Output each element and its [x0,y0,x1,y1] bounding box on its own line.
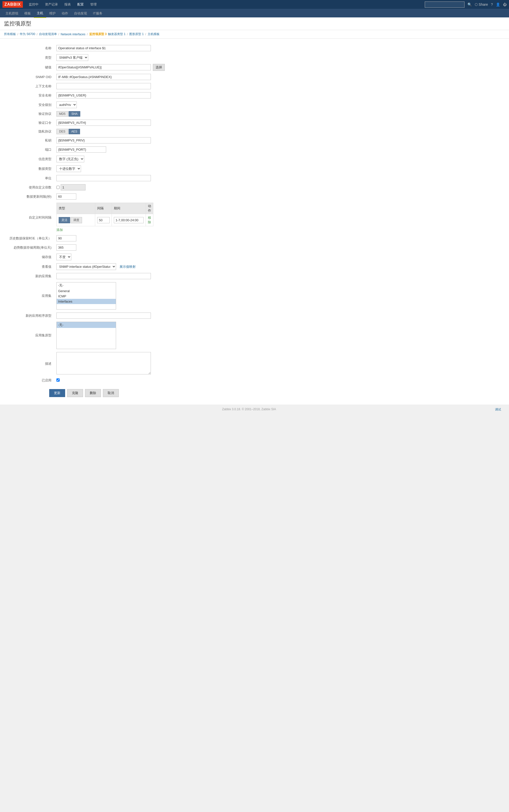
subnav-maintenance[interactable]: 维护 [46,9,59,18]
security-name-input[interactable] [57,92,151,98]
breadcrumb-host-templates[interactable]: 主机模板 [148,32,160,36]
nav-assets[interactable]: 资产记录 [44,0,59,9]
app-proto-list-item-none[interactable]: -无- [57,322,116,328]
unit-input[interactable] [57,175,151,181]
delete-button[interactable]: 删除 [85,389,101,397]
field-new-app-proto-value-cell [55,311,502,320]
interval-flexible-btn[interactable]: 灵活 [59,217,70,223]
field-port-row: 端口 [7,145,502,154]
priv-proto-des-btn[interactable]: DES [57,129,68,134]
key-select-button[interactable]: 选择 [153,64,165,71]
field-custom-intervals-value-cell: 类型 间隔 期间 动作 灵活 调度 [55,201,502,234]
description-textarea[interactable] [57,352,151,374]
subnav-itservices[interactable]: IT服务 [90,9,105,18]
help-icon[interactable]: ? [491,2,493,6]
update-interval-input[interactable] [57,194,76,200]
field-auth-pass-label: 验证口令 [7,118,55,127]
field-unit-value-cell [55,173,502,183]
data-type-select[interactable]: 十进位数字 [57,165,81,172]
info-type-select[interactable]: 数字 (无正负) [57,156,84,162]
nav-reports[interactable]: 报表 [63,0,72,9]
field-port-value-cell [55,145,502,154]
add-interval-link[interactable]: 添加 [57,228,63,232]
field-name-label: 名称 [7,43,55,53]
share-icon[interactable]: ⬡ Share [475,2,488,6]
field-app-set-value-cell: -无- General ICMP Interfaces [55,281,502,311]
breadcrumb-trigger-types[interactable]: 触发器类型 1 [108,32,126,36]
interval-schedule-btn[interactable]: 调度 [71,217,82,223]
footer-text: Zabbix 3.0.18. © 2001–2018, Zabbix SIA [222,407,276,411]
priv-key-input[interactable] [57,137,151,143]
logout-icon[interactable]: ⏻ [503,2,507,6]
interval-type-toggle: 灵活 调度 [59,217,92,223]
subnav-actions[interactable]: 动作 [59,9,71,18]
field-priv-proto-label: 隐私协议 [7,127,55,136]
breadcrumb-discovery-list[interactable]: 自动发现清单 [39,32,57,36]
field-update-interval-value-cell [55,192,502,201]
field-info-type-value-cell: 数字 (无正负) [55,154,502,164]
custom-multiplier-input[interactable] [61,184,86,191]
interval-period-input[interactable] [114,217,144,223]
field-unit-row: 单位 [7,173,502,183]
subnav-hosts[interactable]: 主机 [34,9,46,18]
search-input[interactable] [425,1,465,8]
port-input[interactable] [57,146,106,153]
app-list-item-icmp[interactable]: ICMP [57,294,116,299]
type-select[interactable]: SNMPv3 客户端 [57,54,88,61]
auth-proto-md5-btn[interactable]: MD5 [57,111,68,116]
field-store-value-cell: 不变 [55,252,502,262]
enabled-checkbox[interactable] [57,378,60,382]
interval-col-action: 动作 [146,203,154,214]
breadcrumb-all-templates[interactable]: 所有模板 [4,32,16,36]
key-input[interactable] [57,64,151,70]
interval-remove-link[interactable]: 移除 [148,216,151,224]
field-auth-proto-row: 验证协议 MD5 SHA [7,110,502,118]
auth-passphrase-input[interactable] [57,120,151,126]
store-value-select[interactable]: 不变 [57,253,71,260]
field-app-proto-set-value-cell: -无- [55,320,502,350]
name-input[interactable] [57,45,151,51]
app-list-item-interfaces[interactable]: Interfaces [57,299,116,304]
context-name-input[interactable] [57,83,151,89]
display-mapping-link[interactable]: 展示值映射 [120,265,136,269]
lookup-value-select[interactable]: SNMP interface status (ifOperStatus) [57,263,116,270]
app-list-item-none[interactable]: -无- [57,282,116,289]
trend-input[interactable] [57,244,76,250]
priv-proto-aes-btn[interactable]: AES [69,129,80,134]
app-list-item-general[interactable]: General [57,289,116,294]
breadcrumb-host[interactable]: 华为 S6700 [20,32,35,36]
field-app-proto-set-label: 应用集原型 [7,320,55,350]
new-app-input[interactable] [57,273,151,279]
subnav-discovery[interactable]: 自动发现 [71,9,90,18]
user-icon[interactable]: 👤 [496,2,500,6]
interval-value-input[interactable] [97,217,110,223]
nav-monitoring[interactable]: 监控中 [28,0,39,9]
page-title-bar: 监控项原型 [0,18,509,30]
snmp-oid-input[interactable] [57,74,151,80]
field-new-app-label: 新的应用集 [7,271,55,281]
field-priv-proto-value-cell: DES AES [55,127,502,136]
breadcrumb-network-interfaces[interactable]: Network interfaces [61,33,85,36]
security-level-select[interactable]: authPriv [57,101,77,108]
field-security-name-label: 安全名称 [7,91,55,100]
nav-admin[interactable]: 管理 [89,0,98,9]
subnav-hostgroups[interactable]: 主机群组 [2,9,21,18]
app-list: -无- General ICMP Interfaces [57,282,116,309]
subnav-templates[interactable]: 模板 [21,9,34,18]
clone-button[interactable]: 克隆 [67,389,83,397]
auth-proto-sha-btn[interactable]: SHA [69,111,80,116]
field-app-set-row: 应用集 -无- General ICMP Interfaces [7,281,502,311]
new-app-prototype-input[interactable] [57,312,151,319]
custom-multiplier-checkbox[interactable] [57,186,60,189]
field-custom-multiplier-row: 使用自定义倍数 [7,183,502,192]
cancel-button[interactable]: 取消 [103,389,119,397]
interval-value-cell [95,214,112,226]
field-custom-multiplier-label: 使用自定义倍数 [7,183,55,192]
field-type-value-cell: SNMPv3 客户端 [55,53,502,62]
search-icon[interactable]: 🔍 [468,2,472,6]
nav-config[interactable]: 配置 [76,0,85,9]
history-input[interactable] [57,235,76,241]
debug-link[interactable]: 调试 [495,407,506,412]
breadcrumb-graph-types[interactable]: 图形原型 1 [129,32,144,36]
update-button[interactable]: 更新 [49,389,65,397]
